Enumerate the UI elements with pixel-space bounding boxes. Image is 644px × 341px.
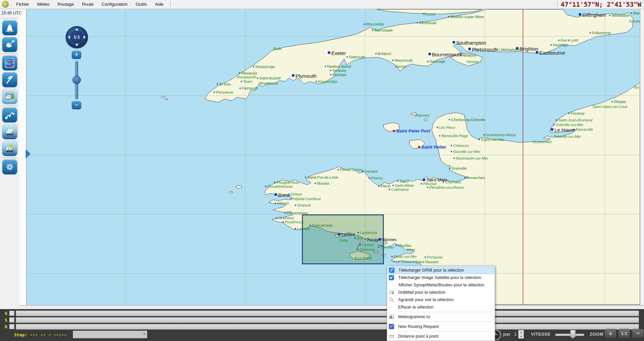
route-button[interactable]: [2, 107, 17, 123]
speed-slider-track[interactable]: [555, 334, 584, 336]
zoom-reset-label[interactable]: 1:1: [66, 27, 87, 48]
coastline-chart: [26, 9, 640, 305]
timeline-letter-g: G: [5, 311, 9, 316]
context-item-afficher-synop-metar-bouees-pour-la-selection[interactable]: Afficher Synop/Metar/Bouées pour la séle…: [388, 281, 494, 289]
context-menu-separator: [398, 312, 493, 312]
zoom-out-button[interactable]: −: [632, 329, 644, 339]
gribmail-button[interactable]: [2, 89, 17, 104]
weather-map-button[interactable]: [2, 55, 17, 71]
wind-barb-icon: [5, 75, 15, 85]
context-item-gribmail-pour-la-selection[interactable]: GribMail pour la sélection: [388, 289, 494, 296]
ruler-icon: [389, 334, 394, 339]
context-menu-separator: [398, 322, 493, 322]
map-zoom-slider-knob[interactable]: [72, 76, 81, 84]
context-item-label: New Routing Request: [398, 324, 439, 329]
menu-items: FichierMétéoRoutageRouteConfigurationOut…: [12, 0, 168, 9]
menu-aide[interactable]: Aide: [151, 0, 168, 9]
menu-bar: FichierMétéoRoutageRouteConfigurationOut…: [0, 0, 644, 9]
sailboat-clock-icon: [5, 144, 15, 154]
context-item-label: Agrandir pour voir la sélection: [398, 297, 453, 302]
satellite-icon: [389, 275, 394, 280]
cursor-coordinates: 47°11'57"N; 2°41'53"W: [561, 0, 641, 9]
speed-label: VITESSE: [531, 332, 550, 337]
context-item-effacer-la-selection[interactable]: Effacer la sélection: [388, 303, 494, 311]
satellite-dish-icon: [5, 40, 15, 50]
menu-outils[interactable]: Outils: [131, 0, 151, 9]
context-item-label: Météogramme ici: [398, 315, 430, 319]
zoom-in-button[interactable]: +: [604, 329, 616, 339]
meteogram-icon: [389, 314, 394, 320]
timeline-slider-r[interactable]: [16, 324, 639, 330]
weather-station-button[interactable]: [2, 20, 17, 36]
spinner-down-icon[interactable]: ▼: [519, 335, 524, 338]
timeline-row-g: G: [0, 310, 644, 316]
chevron-down-icon: ▾: [143, 332, 145, 336]
context-item-label: Distance point à point: [398, 334, 438, 339]
menu-fichier[interactable]: Fichier: [12, 0, 33, 9]
no-icon: [389, 304, 394, 310]
mail-download-icon: [5, 92, 15, 102]
par-label: par: [503, 332, 511, 337]
context-item-new-routing-request[interactable]: New Routing Request: [388, 323, 494, 330]
boat-weather-button[interactable]: [2, 124, 17, 139]
context-item-distance-point-a-point[interactable]: Distance point à point: [388, 333, 494, 340]
buoy-icon: [5, 23, 15, 33]
routing-icon: [389, 324, 394, 329]
sailboat-weather-icon: [5, 127, 15, 137]
map-zoom-out-button[interactable]: −: [72, 101, 81, 109]
sidebar-divider: [1, 106, 18, 106]
timeline-checkbox-r[interactable]: [9, 324, 14, 329]
context-item-agrandir-pour-voir-la-selection[interactable]: Agrandir pour voir la sélection: [388, 296, 494, 303]
bottom-control-bar: GSR Step: --- -- - --:-- ▾ par 1 ▲ ▼ VIT…: [0, 309, 644, 341]
map-zoom-in-button[interactable]: +: [72, 51, 81, 59]
step-multiplier-value: 1: [514, 332, 517, 337]
timeline-checkbox-s[interactable]: [9, 318, 14, 323]
app-logo-icon: [2, 1, 9, 8]
timeline-checkbox-g[interactable]: [9, 311, 14, 316]
sidebar-divider: [1, 18, 18, 19]
buoy-icon: [389, 282, 394, 288]
timeline-row-s: S: [0, 317, 644, 323]
menubar-divider: [170, 1, 171, 8]
context-menu: Télécharger GRIB pour la sélection Téléc…: [387, 266, 495, 341]
panel-expand-arrow-icon[interactable]: [26, 150, 30, 158]
context-item-label: Effacer la sélection: [398, 305, 433, 309]
context-item-telecharger-grib-pour-la-selection[interactable]: Télécharger GRIB pour la sélection: [388, 267, 494, 274]
boat-time-button[interactable]: [2, 141, 17, 156]
speed-slider-knob[interactable]: [570, 330, 576, 337]
context-item-label: GribMail pour la sélection: [398, 290, 445, 295]
context-item-meteogramme-ici[interactable]: Météogramme ici: [388, 313, 494, 321]
menu-routage[interactable]: Routage: [53, 0, 78, 9]
step-multiplier-spinner[interactable]: ▲ ▼: [518, 330, 524, 339]
map-vertical-scrollbar[interactable]: [640, 9, 644, 305]
mail-icon: [389, 290, 394, 295]
gear-icon: [5, 162, 15, 172]
satellite-button[interactable]: [2, 37, 17, 52]
menu-configuration[interactable]: Configuration: [98, 0, 131, 9]
context-item-telecharger-image-satellite-pour-la-selection[interactable]: Télécharger Image Satellite pour la séle…: [388, 274, 494, 281]
pan-compass-control[interactable]: 1:1: [66, 26, 88, 48]
coords-divider: [557, 1, 557, 8]
grib-button[interactable]: [2, 72, 17, 88]
zoom-label: ZOOM: [590, 332, 603, 337]
settings-button[interactable]: [2, 159, 17, 175]
timeline-letter-r: R: [5, 324, 9, 329]
isobars-icon: [5, 58, 15, 68]
zoom-reset-button[interactable]: 1:1: [618, 329, 630, 339]
sidebar-divider: [1, 54, 18, 54]
grib-date-combobox[interactable]: ▾: [73, 331, 147, 338]
context-item-label: Télécharger Image Satellite pour la séle…: [398, 275, 481, 280]
timeline-slider-g[interactable]: [16, 310, 639, 316]
spinner-up-icon[interactable]: ▲: [519, 330, 524, 334]
utc-clock: 15:45 UTC: [0, 9, 19, 17]
magnifier-icon: [389, 297, 394, 302]
menu-route[interactable]: Route: [78, 0, 98, 9]
chart-map[interactable]: GillinghamWhitstableMargateSandwichFolke…: [26, 9, 640, 305]
timeline-slider-s[interactable]: [16, 317, 639, 323]
grib-selection-rectangle: [303, 215, 383, 264]
menu-meteo[interactable]: Météo: [33, 0, 53, 9]
toolbar-sidebar: 15:45 UTC: [0, 9, 19, 305]
timeline-row-r: R: [0, 324, 644, 329]
context-item-label: Afficher Synop/Metar/Bouées pour la séle…: [398, 283, 484, 287]
grib-flag-icon: [389, 268, 394, 273]
